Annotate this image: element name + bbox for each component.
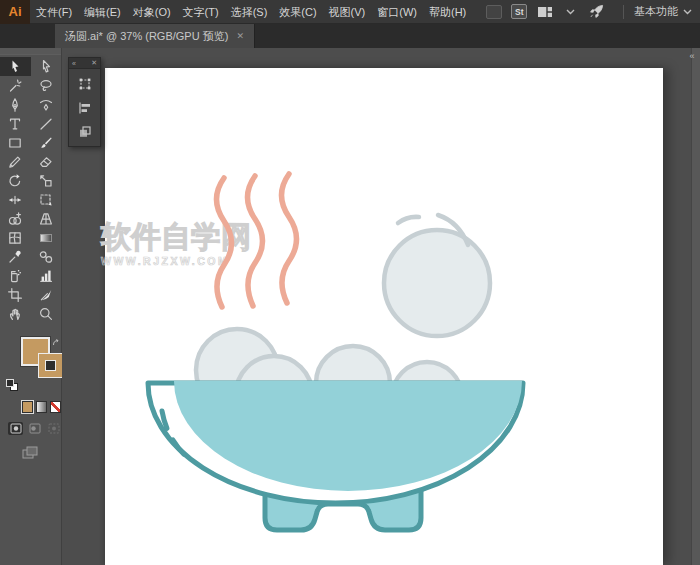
menu-item-help[interactable]: 帮助(H): [423, 0, 472, 24]
color-type-buttons: [0, 397, 61, 413]
draw-behind-icon[interactable]: [27, 422, 42, 435]
eraser-tool[interactable]: [31, 152, 62, 171]
rectangle-tool[interactable]: [0, 133, 31, 152]
app-logo: Ai: [0, 0, 30, 24]
chevron-down-icon[interactable]: [562, 4, 579, 19]
color-button[interactable]: [22, 401, 33, 413]
tools-grid: [0, 55, 61, 323]
menu-item-view[interactable]: 视图(V): [323, 0, 372, 24]
eyedropper-tool[interactable]: [0, 247, 31, 266]
floating-panel: « ✕: [68, 57, 101, 147]
chevron-down-icon: [683, 9, 692, 15]
curvature-tool[interactable]: [31, 95, 62, 114]
stroke-color-swatch[interactable]: [39, 354, 62, 377]
default-fill-stroke-icon[interactable]: [6, 379, 18, 391]
expand-panels-icon[interactable]: «: [685, 50, 699, 62]
width-tool[interactable]: [0, 190, 31, 209]
drawing-modes: [0, 413, 61, 435]
free-transform-tool[interactable]: [31, 190, 62, 209]
close-tab-icon[interactable]: ✕: [236, 31, 244, 41]
pen-tool[interactable]: [0, 95, 31, 114]
draw-normal-icon[interactable]: [8, 422, 23, 435]
shaper-tool[interactable]: [0, 152, 31, 171]
gpu-performance-rocket-icon[interactable]: [588, 4, 605, 19]
hand-tool[interactable]: [0, 304, 31, 323]
none-button[interactable]: [50, 401, 61, 413]
line-segment-tool[interactable]: [31, 114, 62, 133]
bouncing-dumpling[interactable]: [384, 215, 490, 336]
close-panel-icon[interactable]: ✕: [91, 59, 97, 67]
adobe-stock-icon[interactable]: St: [511, 4, 527, 19]
steam-lines[interactable]: [217, 174, 297, 307]
document-tab[interactable]: 汤圆.ai* @ 37% (RGB/GPU 预览) ✕: [55, 24, 255, 48]
selection-tool[interactable]: [0, 57, 31, 76]
canvas-area[interactable]: 软件自学网 WWW.RJZXW.COM: [62, 48, 700, 565]
tangyuan-artwork[interactable]: [105, 68, 663, 565]
gradient-tool[interactable]: [31, 228, 62, 247]
menu-item-window[interactable]: 窗口(W): [371, 0, 423, 24]
fill-stroke-indicator: [0, 335, 61, 397]
transform-panel-icon[interactable]: [74, 74, 96, 94]
artboard[interactable]: 软件自学网 WWW.RJZXW.COM: [105, 68, 663, 565]
collapse-panel-icon[interactable]: «: [72, 60, 76, 67]
rotate-tool[interactable]: [0, 171, 31, 190]
document-tabbar: 汤圆.ai* @ 37% (RGB/GPU 预览) ✕: [0, 24, 700, 48]
arrange-documents-icon[interactable]: [536, 4, 553, 19]
draw-inside-icon[interactable]: [46, 422, 61, 435]
tools-panel-grip[interactable]: [0, 48, 61, 55]
perspective-grid-tool[interactable]: [31, 209, 62, 228]
bowl[interactable]: [148, 381, 523, 503]
divider: [623, 5, 624, 19]
menu-item-select[interactable]: 选择(S): [225, 0, 274, 24]
menu-item-type[interactable]: 文字(T): [177, 0, 225, 24]
menu-list: 文件(F) 编辑(E) 对象(O) 文字(T) 选择(S) 效果(C) 视图(V…: [30, 0, 472, 23]
shape-builder-tool[interactable]: [0, 209, 31, 228]
direct-selection-tool[interactable]: [31, 57, 62, 76]
swap-fill-stroke-icon[interactable]: [52, 335, 62, 353]
align-panel-icon[interactable]: [74, 98, 96, 118]
panel-dock-strip: [691, 48, 700, 565]
mesh-tool[interactable]: [0, 228, 31, 247]
pathfinder-panel-icon[interactable]: [74, 122, 96, 142]
workspace-label: 基本功能: [634, 4, 678, 19]
slice-tool[interactable]: [31, 285, 62, 304]
magic-wand-tool[interactable]: [0, 76, 31, 95]
artboard-tool[interactable]: [0, 285, 31, 304]
document-tab-title: 汤圆.ai* @ 37% (RGB/GPU 预览): [65, 29, 228, 44]
workspace-switcher[interactable]: 基本功能: [623, 4, 700, 19]
illustrator-window: Ai 文件(F) 编辑(E) 对象(O) 文字(T) 选择(S) 效果(C) 视…: [0, 0, 700, 565]
type-tool[interactable]: [0, 114, 31, 133]
tools-panel: [0, 48, 62, 565]
column-graph-tool[interactable]: [31, 266, 62, 285]
zoom-tool[interactable]: [31, 304, 62, 323]
screen-mode-icon[interactable]: [22, 445, 40, 463]
menu-item-effect[interactable]: 效果(C): [273, 0, 322, 24]
gradient-button[interactable]: [36, 401, 47, 413]
lasso-tool[interactable]: [31, 76, 62, 95]
menu-item-file[interactable]: 文件(F): [30, 0, 78, 24]
symbol-sprayer-tool[interactable]: [0, 266, 31, 285]
documents-icon[interactable]: [486, 5, 502, 19]
menubar: Ai 文件(F) 编辑(E) 对象(O) 文字(T) 选择(S) 效果(C) 视…: [0, 0, 700, 24]
menubar-icons: St: [486, 4, 605, 19]
menu-item-edit[interactable]: 编辑(E): [78, 0, 127, 24]
blend-tool[interactable]: [31, 247, 62, 266]
menu-item-object[interactable]: 对象(O): [127, 0, 177, 24]
paintbrush-tool[interactable]: [31, 133, 62, 152]
scale-tool[interactable]: [31, 171, 62, 190]
